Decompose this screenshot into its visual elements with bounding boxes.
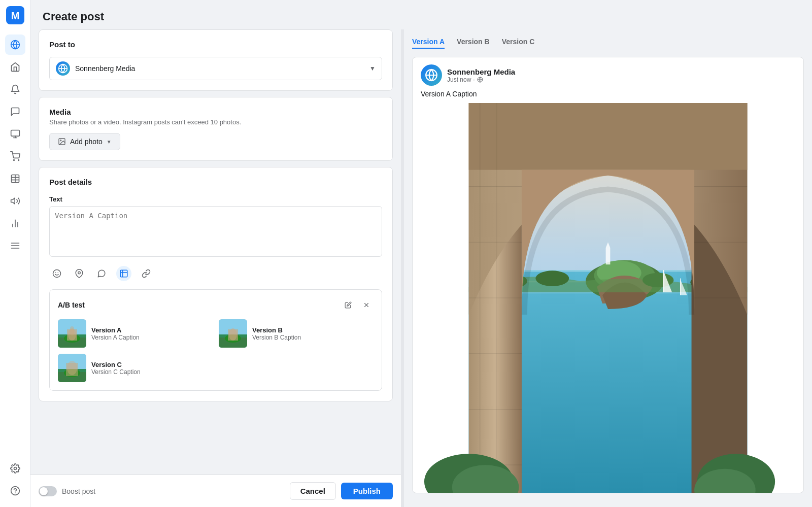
add-photo-label: Add photo xyxy=(70,138,103,146)
ab-version-a-name: Version A xyxy=(91,326,140,334)
meta-logo[interactable]: M xyxy=(6,6,24,24)
sidebar-item-table[interactable] xyxy=(5,168,25,189)
media-card: Media Share photos or a video. Instagram… xyxy=(39,97,393,161)
preview-landscape-image xyxy=(413,103,803,493)
sidebar-item-shop[interactable] xyxy=(5,146,25,166)
ab-test-edit-button[interactable] xyxy=(341,298,355,312)
globe-icon xyxy=(477,77,483,83)
bottom-bar: Boost post Cancel Publish xyxy=(30,475,401,507)
location-button[interactable] xyxy=(72,266,87,281)
ab-version-a-info: Version A Version A Caption xyxy=(91,326,140,341)
sidebar-item-settings[interactable] xyxy=(5,458,25,479)
svg-marker-13 xyxy=(11,198,15,204)
page-name: Sonnenberg Media xyxy=(75,64,369,73)
emoji-button[interactable] xyxy=(49,266,64,281)
publish-button[interactable]: Publish xyxy=(341,483,393,499)
preview-image-container xyxy=(413,103,803,493)
version-tab-b[interactable]: Version B xyxy=(457,38,490,49)
preview-header: Sonnenberg Media Just now · xyxy=(413,57,803,90)
caption-textarea[interactable] xyxy=(49,206,382,257)
boost-label: Boost post xyxy=(62,487,95,495)
ab-version-b-caption: Version B Caption xyxy=(252,334,301,341)
post-details-title: Post details xyxy=(49,178,382,186)
main-content: Create post Post to xyxy=(30,0,812,507)
ab-version-c-name: Version C xyxy=(91,361,141,368)
post-to-title: Post to xyxy=(49,40,382,49)
ab-version-b-name: Version B xyxy=(252,326,301,334)
bottom-actions: Cancel Publish xyxy=(290,482,393,500)
svg-point-45 xyxy=(229,328,237,341)
ab-version-a-thumb xyxy=(58,319,86,348)
add-photo-button[interactable]: Add photo ▼ xyxy=(49,133,120,150)
content-area: Post to Sonnenberg Media ▼ xyxy=(30,29,812,507)
preview-time: Just now xyxy=(447,76,471,83)
preview-dot: · xyxy=(473,76,475,83)
svg-point-27 xyxy=(53,270,61,278)
preview-caption: Version A Caption xyxy=(413,90,803,103)
svg-point-8 xyxy=(18,160,19,161)
cancel-button[interactable]: Cancel xyxy=(290,482,336,500)
version-tab-a[interactable]: Version A xyxy=(412,38,445,49)
sidebar-item-more[interactable] xyxy=(5,235,25,256)
toggle-knob xyxy=(40,487,48,495)
sidebar-item-campaigns[interactable] xyxy=(5,191,25,211)
svg-rect-39 xyxy=(70,326,74,335)
link-button[interactable] xyxy=(139,266,154,281)
dropdown-arrow-icon: ▼ xyxy=(369,65,376,72)
ab-test-title: A/B test xyxy=(58,301,85,309)
svg-point-65 xyxy=(535,271,569,286)
ab-test-close-button[interactable] xyxy=(359,298,374,312)
boost-toggle-area: Boost post xyxy=(39,486,95,496)
text-toolbar xyxy=(49,264,382,283)
page-avatar xyxy=(56,61,70,76)
ab-version-c-info: Version C Version C Caption xyxy=(91,361,141,376)
svg-point-20 xyxy=(14,467,16,470)
left-panel: Post to Sonnenberg Media ▼ xyxy=(30,29,401,507)
preview-meta: Just now · xyxy=(447,76,515,83)
ab-version-a-caption: Version A Caption xyxy=(91,334,140,341)
sidebar-item-help[interactable] xyxy=(5,481,25,501)
ab-version-c-caption: Version C Caption xyxy=(91,368,141,376)
ab-version-b-thumb xyxy=(219,319,247,348)
version-tab-c[interactable]: Version C xyxy=(502,38,535,49)
svg-text:M: M xyxy=(11,10,19,21)
version-tabs: Version A Version B Version C xyxy=(412,38,804,49)
ab-version-c-item: Version C Version C Caption xyxy=(58,354,213,382)
svg-point-26 xyxy=(60,140,61,141)
preview-page-info: Sonnenberg Media Just now · xyxy=(447,67,515,83)
sidebar-item-chat[interactable] xyxy=(5,102,25,122)
right-panel: Version A Version B Version C Sonnenberg… xyxy=(404,29,812,507)
sidebar-item-bell[interactable] xyxy=(5,79,25,99)
page-title: Create post xyxy=(43,10,800,23)
ab-test-button[interactable] xyxy=(116,266,131,281)
media-subtitle: Share photos or a video. Instagram posts… xyxy=(49,118,382,126)
sidebar-item-analytics[interactable] xyxy=(5,213,25,233)
left-scroll: Post to Sonnenberg Media ▼ xyxy=(30,29,401,475)
page-selector[interactable]: Sonnenberg Media ▼ xyxy=(49,57,382,80)
svg-point-30 xyxy=(78,272,81,274)
ab-version-c-thumb xyxy=(58,354,86,382)
post-to-card: Post to Sonnenberg Media ▼ xyxy=(39,29,393,91)
svg-point-51 xyxy=(67,361,77,375)
sidebar-item-pages[interactable] xyxy=(5,124,25,144)
ab-version-b-item: Version B Version B Caption xyxy=(219,319,374,348)
svg-rect-4 xyxy=(11,130,19,137)
preview-page-name: Sonnenberg Media xyxy=(447,67,515,76)
text-label: Text xyxy=(49,195,382,203)
svg-point-7 xyxy=(13,160,14,161)
ab-versions-grid: Version A Version A Caption xyxy=(58,319,374,382)
post-details-card: Post details Text xyxy=(39,167,393,401)
add-photo-dropdown-icon: ▼ xyxy=(107,139,112,145)
photo-icon xyxy=(58,138,66,146)
messenger-button[interactable] xyxy=(94,266,109,281)
ab-test-actions xyxy=(341,298,374,312)
preview-avatar xyxy=(421,64,442,86)
sidebar-item-home[interactable] xyxy=(5,57,25,77)
ab-test-header: A/B test xyxy=(58,298,374,312)
ab-version-a-item: Version A Version A Caption xyxy=(58,319,213,348)
sidebar-item-globe[interactable] xyxy=(5,35,25,55)
ab-test-card: A/B test xyxy=(49,289,382,391)
boost-toggle[interactable] xyxy=(39,486,57,496)
sidebar: M xyxy=(0,0,30,507)
svg-rect-88 xyxy=(606,248,611,264)
